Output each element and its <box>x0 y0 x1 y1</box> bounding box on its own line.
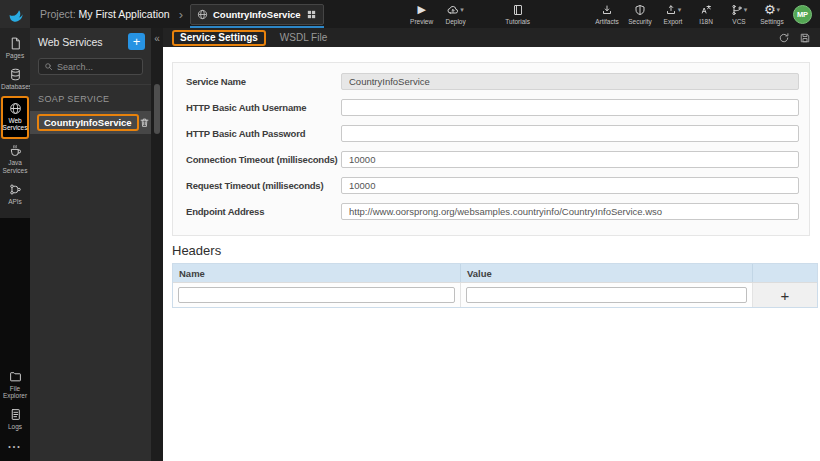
user-avatar[interactable]: MP <box>793 5 812 24</box>
header-name-cell <box>173 283 461 307</box>
search-input[interactable] <box>57 62 137 72</box>
save-icon[interactable] <box>799 32 811 44</box>
rail-top-group: Pages Databases Web Services Java Servic… <box>0 28 30 218</box>
field-label: Connection Timeout (milliseconds) <box>186 154 341 165</box>
caret-down-icon: ▾ <box>744 6 748 14</box>
java-services-label: Java Services <box>1 159 29 175</box>
service-list-item[interactable]: CountryInfoService <box>30 111 151 134</box>
export-button[interactable]: ▾ Export <box>659 3 687 25</box>
artifacts-button[interactable]: Artifacts <box>593 3 621 25</box>
pages-label: Pages <box>6 52 24 60</box>
vcs-button[interactable]: ▾ VCS <box>725 3 753 25</box>
upload-icon <box>665 4 677 16</box>
breadcrumb: Project:My First Application <box>40 8 170 20</box>
header-actions-cell: + <box>753 283 817 307</box>
search-box <box>38 58 143 75</box>
connection-timeout-input[interactable] <box>341 151 799 168</box>
http-basic-auth-username-input[interactable] <box>341 99 799 116</box>
panel-title: Web Services <box>38 36 128 48</box>
security-button[interactable]: Security <box>626 3 654 25</box>
sidebar-item-web-services[interactable]: Web Services <box>1 96 29 140</box>
delete-service-button[interactable] <box>139 117 150 128</box>
more-options-icon[interactable]: ••• <box>0 435 30 459</box>
coffee-cup-icon <box>9 144 22 157</box>
request-timeout-input[interactable] <box>341 177 799 194</box>
sidebar-item-logs[interactable]: Logs <box>0 404 30 435</box>
field-label: Request Timeout (milliseconds) <box>186 180 341 191</box>
cloud-upload-icon <box>447 4 459 16</box>
preview-label: Preview <box>410 18 433 25</box>
form-row: HTTP Basic Auth Username <box>173 94 809 120</box>
app-window: Project:My First Application › CountryIn… <box>0 0 820 461</box>
form-row: Endpoint Address <box>173 198 809 224</box>
headers-table-row: + <box>173 282 817 307</box>
http-basic-auth-password-input[interactable] <box>341 125 799 142</box>
book-icon <box>512 4 524 16</box>
form-row: Service Name <box>173 68 809 94</box>
content-tabstrip: Service Settings WSDL File <box>163 28 820 47</box>
header-value-input[interactable] <box>466 287 747 303</box>
refresh-icon[interactable] <box>778 32 790 44</box>
globe-icon <box>197 9 208 20</box>
panel-edge-strip: « <box>151 28 163 461</box>
left-icon-rail: Pages Databases Web Services Java Servic… <box>0 28 30 461</box>
panel-scrollbar[interactable] <box>154 84 160 134</box>
service-tab[interactable]: CountryInfoService <box>190 4 324 25</box>
search-icon <box>44 62 53 71</box>
headers-section-title: Headers <box>172 243 820 258</box>
header-name-input[interactable] <box>178 287 455 303</box>
soap-service-section-label: SOAP SERVICE <box>30 84 151 111</box>
tutorials-label: Tutorials <box>505 18 530 25</box>
sidebar-item-file-explorer[interactable]: File Explorer <box>0 366 30 405</box>
sidebar-item-java-services[interactable]: Java Services <box>0 140 30 179</box>
download-icon <box>601 4 613 16</box>
tab-wsdl-file[interactable]: WSDL File <box>280 32 327 43</box>
sidebar-item-apis[interactable]: APIs <box>0 179 30 210</box>
column-header-value: Value <box>461 264 753 282</box>
globe-icon <box>9 102 22 115</box>
service-settings-page: Service Name HTTP Basic Auth Username HT… <box>163 47 820 461</box>
topbar-actions-right: Artifacts Security ▾ Export I18N <box>593 3 786 25</box>
service-item-name[interactable]: CountryInfoService <box>37 114 139 131</box>
topbar-actions-left: ▶ Preview ▾ Deploy Tutorials <box>408 3 592 25</box>
topbar: Project:My First Application › CountryIn… <box>0 0 820 28</box>
field-label: HTTP Basic Auth Password <box>186 128 341 139</box>
deploy-label: Deploy <box>446 18 466 25</box>
service-tab-wrap: CountryInfoService <box>190 0 324 28</box>
tutorials-button[interactable]: Tutorials <box>504 3 532 25</box>
deploy-button[interactable]: ▾ Deploy <box>442 3 470 25</box>
translate-icon <box>700 4 712 16</box>
logs-label: Logs <box>8 423 22 431</box>
file-explorer-label: File Explorer <box>1 385 29 401</box>
web-services-label: Web Services <box>3 117 28 133</box>
shield-icon <box>634 4 646 16</box>
add-header-button[interactable]: + <box>777 288 794 303</box>
settings-button[interactable]: ⚙ ▾ Settings <box>758 3 786 25</box>
service-settings-form: Service Name HTTP Basic Auth Username HT… <box>172 62 810 236</box>
i18n-button[interactable]: I18N <box>692 3 720 25</box>
form-row: Connection Timeout (milliseconds) <box>173 146 809 172</box>
chevron-right-icon: › <box>179 7 183 22</box>
sidebar-item-pages[interactable]: Pages <box>0 33 30 64</box>
tab-service-settings[interactable]: Service Settings <box>172 30 266 46</box>
project-label: Project: <box>40 8 76 20</box>
security-label: Security <box>628 18 651 25</box>
headers-table-head: Name Value <box>173 264 817 282</box>
service-name-input <box>341 73 799 90</box>
artifacts-label: Artifacts <box>595 18 618 25</box>
project-name[interactable]: My First Application <box>79 8 170 20</box>
preview-button[interactable]: ▶ Preview <box>408 3 436 25</box>
branch-icon <box>731 4 743 16</box>
settings-label: Settings <box>760 18 784 25</box>
dialog-grid-icon[interactable] <box>306 9 317 20</box>
field-label: Endpoint Address <box>186 206 341 217</box>
brand-bird-icon <box>6 5 25 24</box>
add-service-button[interactable]: + <box>128 33 145 50</box>
collapse-panel-icon[interactable]: « <box>154 34 160 44</box>
endpoint-address-input[interactable] <box>341 203 799 220</box>
app-logo[interactable] <box>0 0 30 28</box>
play-icon: ▶ <box>417 4 425 15</box>
sidebar-item-databases[interactable]: Databases <box>0 64 30 95</box>
database-icon <box>9 68 22 81</box>
page-icon <box>9 37 22 50</box>
